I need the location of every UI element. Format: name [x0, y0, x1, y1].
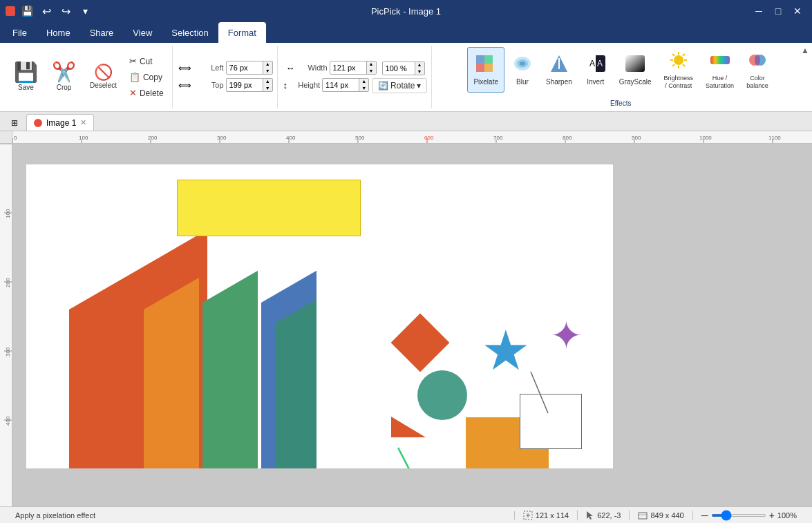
- left-spin-up[interactable]: ▲: [263, 61, 272, 68]
- left-input-wrap[interactable]: ▲ ▼: [226, 61, 273, 75]
- menu-share[interactable]: Share: [80, 22, 124, 43]
- app-icon: [6, 6, 15, 16]
- width-spinner[interactable]: ▲ ▼: [366, 61, 376, 75]
- grayscale-button[interactable]: GrayScale: [614, 47, 657, 93]
- titlebar-left: 💾 ↩ ↪ ▾: [6, 3, 93, 19]
- zoom-in-btn[interactable]: +: [769, 510, 775, 521]
- brightness-label: Brightness/ Contrast: [663, 75, 693, 90]
- cut-button[interactable]: ✂ Cut: [125, 54, 168, 69]
- effects-label: Effects: [610, 99, 631, 107]
- save-icon: 💾: [14, 63, 38, 82]
- zoom-spin-up[interactable]: ▲: [415, 61, 424, 68]
- top-input-wrap[interactable]: ▲ ▼: [226, 78, 273, 92]
- blur-button[interactable]: Blur: [506, 47, 539, 93]
- colorbalance-button[interactable]: Colorbalance: [741, 47, 774, 93]
- tab-close-btn[interactable]: ✕: [80, 118, 86, 127]
- svg-point-6: [520, 61, 525, 66]
- selection-size-icon: [523, 511, 533, 520]
- height-spinner[interactable]: ▲ ▼: [359, 78, 368, 92]
- svg-text:100: 100: [5, 209, 11, 218]
- brightness-button[interactable]: Brightness/ Contrast: [658, 47, 699, 93]
- drawing-canvas[interactable]: ★ ✦ Hello world. Shapes: [26, 164, 613, 468]
- svg-text:A: A: [597, 59, 603, 68]
- height-spin-down[interactable]: ▼: [359, 85, 368, 92]
- zoom-out-btn[interactable]: ─: [701, 510, 708, 521]
- cursor-pos-text: 622, -3: [597, 511, 621, 520]
- svg-text:300: 300: [217, 135, 227, 141]
- zoom-spin-down[interactable]: ▼: [415, 68, 424, 75]
- delete-button[interactable]: ✕ Delete: [125, 86, 168, 101]
- svg-rect-2: [476, 64, 484, 72]
- height-spin-up[interactable]: ▲: [359, 78, 368, 85]
- top-spin-down[interactable]: ▼: [263, 85, 272, 92]
- svg-line-60: [531, 372, 548, 413]
- width-spin-down[interactable]: ▼: [367, 68, 376, 75]
- height-input-wrap[interactable]: ▲ ▼: [322, 78, 369, 92]
- pixelate-icon: [475, 54, 497, 77]
- save-button[interactable]: 💾 Save: [8, 55, 44, 100]
- copy-label: Copy: [143, 73, 162, 82]
- rotate-button[interactable]: 🔄 Rotate ▾: [372, 78, 427, 93]
- zoom-spinner[interactable]: ▲ ▼: [415, 61, 424, 75]
- delete-label: Delete: [140, 88, 164, 98]
- top-input[interactable]: [227, 81, 263, 89]
- invert-icon: A A: [585, 54, 607, 77]
- menu-format[interactable]: Format: [218, 22, 266, 43]
- ribbon-collapse-btn[interactable]: ▲: [801, 46, 809, 55]
- invert-button[interactable]: A A Invert: [579, 47, 612, 93]
- rotate-label: Rotate: [390, 81, 415, 91]
- width-icon: ↔: [286, 63, 295, 73]
- redo-btn[interactable]: ↪: [58, 3, 73, 19]
- zoom-slider[interactable]: [711, 514, 766, 517]
- cursor-icon: [586, 511, 594, 520]
- copy-button[interactable]: 📋 Copy: [125, 70, 168, 85]
- menu-view[interactable]: View: [123, 22, 162, 43]
- svg-text:600: 600: [424, 135, 434, 141]
- height-input[interactable]: [323, 81, 359, 89]
- zoom-input-wrap[interactable]: ▲ ▼: [382, 61, 425, 75]
- width-input[interactable]: [330, 64, 366, 72]
- customize-btn[interactable]: ▾: [77, 3, 93, 19]
- left-spinner[interactable]: ▲ ▼: [263, 61, 272, 75]
- svg-text:900: 900: [632, 135, 641, 141]
- blur-icon: [511, 54, 534, 77]
- svg-text:1000: 1000: [699, 135, 712, 141]
- maximize-btn[interactable]: □: [769, 3, 787, 19]
- svg-text:1100: 1100: [768, 135, 781, 141]
- minimize-btn[interactable]: ─: [750, 3, 768, 19]
- svg-rect-13: [625, 55, 645, 72]
- deselect-button[interactable]: 🚫 Deselect: [84, 55, 122, 100]
- width-spin-up[interactable]: ▲: [367, 61, 376, 68]
- zoom-input[interactable]: [383, 64, 415, 73]
- sharpen-label: Sharpen: [546, 78, 572, 86]
- position-fields: ⟺ Left ▲ ▼ ⟺ Top: [178, 47, 273, 107]
- left-input[interactable]: [227, 64, 263, 72]
- tab-switcher[interactable]: ⊞: [7, 115, 22, 131]
- crop-button[interactable]: ✂️ Crop: [46, 55, 82, 100]
- top-spin-up[interactable]: ▲: [263, 78, 272, 85]
- menu-file[interactable]: File: [3, 22, 37, 43]
- green-arrow: [350, 448, 446, 468]
- window-controls: ─ □ ✕: [750, 3, 806, 19]
- main-area: 0 100 200 300 400 500 600 700 800 900: [0, 131, 812, 506]
- quick-save-btn[interactable]: 💾: [19, 3, 35, 19]
- pixelate-button[interactable]: Pixelate: [467, 47, 504, 93]
- tab-image1[interactable]: Image 1 ✕: [26, 114, 94, 131]
- undo-btn[interactable]: ↩: [39, 3, 54, 19]
- canvas-wrap[interactable]: ★ ✦ Hello world. Shapes: [12, 144, 812, 506]
- top-spinner[interactable]: ▲ ▼: [263, 78, 272, 92]
- deselect-label: Deselect: [90, 82, 117, 90]
- sharpen-button[interactable]: Sharpen: [540, 47, 578, 93]
- hue-button[interactable]: Hue /Saturation: [700, 47, 739, 93]
- menu-selection[interactable]: Selection: [162, 22, 218, 43]
- status-cursor-pos: 622, -3: [578, 511, 630, 520]
- width-input-wrap[interactable]: ▲ ▼: [330, 61, 377, 75]
- close-btn[interactable]: ✕: [789, 3, 806, 19]
- menu-home[interactable]: Home: [37, 22, 80, 43]
- shape-teal-parallelogram: [275, 299, 317, 468]
- image-size-text: 849 x 440: [650, 511, 683, 520]
- left-spin-down[interactable]: ▼: [263, 68, 272, 75]
- image-size-icon: [638, 511, 648, 520]
- svg-rect-69: [639, 513, 647, 519]
- zoom-level-text: 100%: [777, 511, 797, 520]
